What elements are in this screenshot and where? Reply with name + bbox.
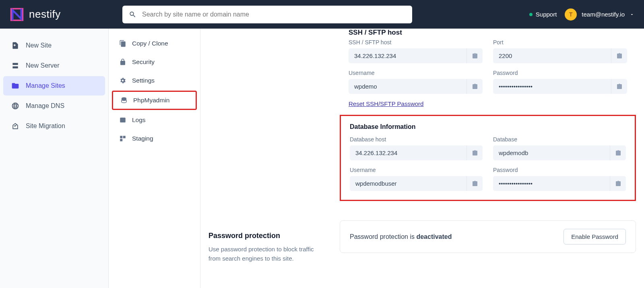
lock-icon [119, 58, 126, 66]
password-protection-status: Password protection is deactivated [350, 233, 452, 240]
sub-item-label: Staging [132, 135, 153, 142]
sub-item-settings[interactable]: Settings [112, 72, 197, 89]
sub-item-staging[interactable]: Staging [112, 130, 197, 147]
copy-db-name-button[interactable] [610, 145, 626, 160]
staging-icon [119, 135, 126, 142]
database-info-card: Database Information Database host 34.22… [340, 115, 636, 201]
copy-icon [119, 40, 126, 47]
sidebar-item-label: Manage DNS [26, 102, 64, 110]
db-password-label: Password [493, 167, 626, 173]
section-left-column [208, 29, 325, 201]
sidebar-item-label: Site Migration [26, 122, 65, 130]
logo-text: nestify [29, 8, 61, 21]
db-password-value: •••••••••••••••• [493, 176, 610, 191]
database-icon [120, 97, 128, 104]
svg-rect-5 [120, 139, 122, 141]
sub-item-label: Logs [132, 116, 146, 124]
clipboard-icon [616, 53, 623, 59]
ssh-password-label: Password [493, 70, 627, 76]
pw-status-value: deactivated [416, 233, 452, 240]
clipboard-icon [472, 150, 478, 156]
main-content: SSH / SFTP host SSH / SFTP host 34.226.1… [200, 29, 644, 288]
clipboard-icon [616, 83, 623, 90]
sidebar-item-label: New Site [26, 42, 52, 49]
support-link[interactable]: Support [529, 11, 557, 18]
copy-ssh-port-button[interactable] [611, 48, 627, 63]
sidebar-item-site-migration[interactable]: Site Migration [3, 116, 105, 136]
gear-icon [119, 77, 126, 84]
enable-password-button[interactable]: Enable Password [564, 229, 626, 244]
logo-icon [10, 7, 24, 22]
ssh-password-value: •••••••••••••••• [493, 79, 611, 94]
avatar: T [565, 8, 577, 21]
db-host-label: Database host [350, 136, 483, 143]
search-icon [129, 10, 136, 19]
ssh-section: SSH / SFTP host SSH / SFTP host 34.226.1… [340, 29, 636, 108]
db-card-title: Database Information [350, 123, 626, 131]
ssh-port-label: Port [493, 39, 627, 46]
ssh-title: SSH / SFTP host [349, 29, 627, 37]
sub-item-label: Copy / Clone [132, 40, 168, 47]
globe-icon [11, 102, 19, 110]
app-header: nestify Support T team@nestify.io [0, 0, 644, 29]
sub-item-copy-clone[interactable]: Copy / Clone [112, 35, 197, 52]
svg-rect-2 [120, 118, 126, 122]
sub-item-logs[interactable]: Logs [112, 112, 197, 128]
clipboard-icon [472, 180, 478, 187]
sidebar-item-manage-dns[interactable]: Manage DNS [3, 96, 105, 116]
db-username-label: Username [350, 167, 483, 173]
db-name-label: Database [493, 136, 626, 143]
sidebar-item-label: New Server [26, 62, 60, 69]
svg-rect-4 [123, 136, 126, 138]
password-protection-card: Password protection is deactivated Enabl… [340, 220, 636, 253]
user-menu[interactable]: T team@nestify.io [565, 8, 634, 21]
copy-ssh-host-button[interactable] [466, 48, 483, 63]
header-right: Support T team@nestify.io [529, 8, 634, 21]
sub-item-phpmyadmin[interactable]: PhpMyadmin [112, 91, 197, 110]
status-dot-icon [529, 13, 533, 16]
search-wrap [122, 6, 412, 23]
copy-db-username-button[interactable] [466, 176, 483, 191]
ssh-username-label: Username [349, 70, 483, 76]
sidebar-item-manage-sites[interactable]: Manage Sites [3, 76, 105, 95]
copy-db-host-button[interactable] [466, 145, 483, 160]
folder-icon [11, 82, 19, 90]
sub-item-security[interactable]: Security [112, 54, 197, 70]
sidebar-item-new-site[interactable]: New Site [3, 36, 105, 55]
db-name-value: wpdemodb [493, 145, 610, 160]
copy-db-password-button[interactable] [610, 176, 626, 191]
ssh-username-value: wpdemo [349, 79, 466, 94]
clipboard-icon [615, 150, 621, 156]
logo[interactable]: nestify [10, 7, 122, 22]
clipboard-icon [615, 180, 621, 187]
ssh-host-label: SSH / SFTP host [349, 39, 483, 46]
clipboard-icon [472, 53, 478, 59]
sidebar-item-label: Manage Sites [26, 82, 65, 89]
reset-ssh-password-link[interactable]: Reset SSH/SFTP Password [349, 100, 423, 107]
pw-status-prefix: Password protection is [350, 233, 416, 240]
secondary-sidebar: Copy / Clone Security Settings PhpMyadmi… [109, 29, 200, 288]
db-host-value: 34.226.132.234 [350, 145, 466, 160]
terminal-icon [119, 116, 126, 124]
password-protection-desc: Use password protection to block traffic… [208, 245, 321, 263]
ssh-host-value: 34.226.132.234 [349, 48, 466, 63]
svg-rect-3 [120, 136, 122, 138]
chevron-down-icon [630, 12, 634, 17]
copy-ssh-password-button[interactable] [611, 79, 627, 94]
db-username-value: wpdemodbuser [350, 176, 466, 191]
password-protection-heading: Password protection [208, 232, 325, 240]
search-box[interactable] [122, 6, 412, 23]
sub-item-label: PhpMyadmin [133, 97, 169, 104]
primary-sidebar: New Site New Server Manage Sites Manage … [0, 29, 109, 288]
migration-icon [11, 122, 19, 130]
copy-ssh-username-button[interactable] [466, 79, 483, 94]
sidebar-item-new-server[interactable]: New Server [3, 56, 105, 75]
search-input[interactable] [142, 11, 406, 18]
support-label: Support [536, 11, 557, 18]
sub-item-label: Security [132, 58, 155, 66]
ssh-port-value: 2200 [493, 48, 611, 63]
new-site-icon [11, 41, 19, 50]
clipboard-icon [472, 83, 478, 90]
sub-item-label: Settings [132, 77, 155, 84]
server-icon [11, 62, 19, 70]
